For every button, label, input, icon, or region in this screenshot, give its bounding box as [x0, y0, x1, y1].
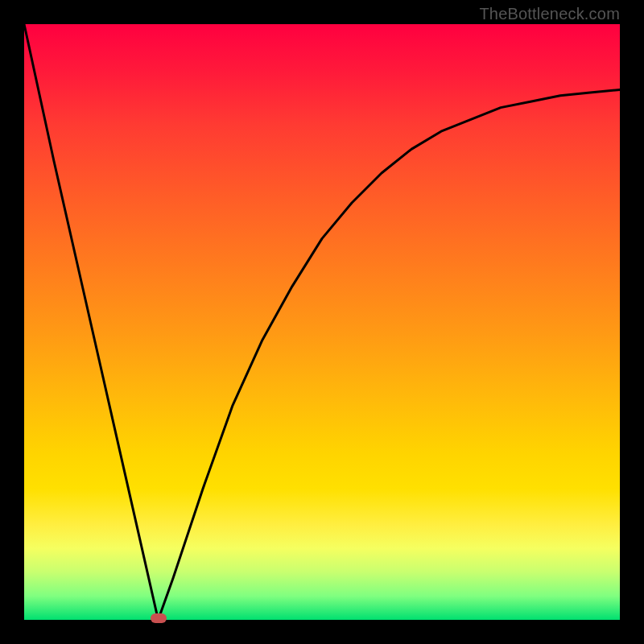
- watermark-text: TheBottleneck.com: [479, 5, 620, 23]
- plot-area: [24, 24, 620, 620]
- bottleneck-curve: [24, 24, 620, 620]
- minimum-marker: [151, 613, 167, 623]
- curve-svg: [24, 24, 620, 620]
- chart-frame: TheBottleneck.com: [0, 0, 644, 644]
